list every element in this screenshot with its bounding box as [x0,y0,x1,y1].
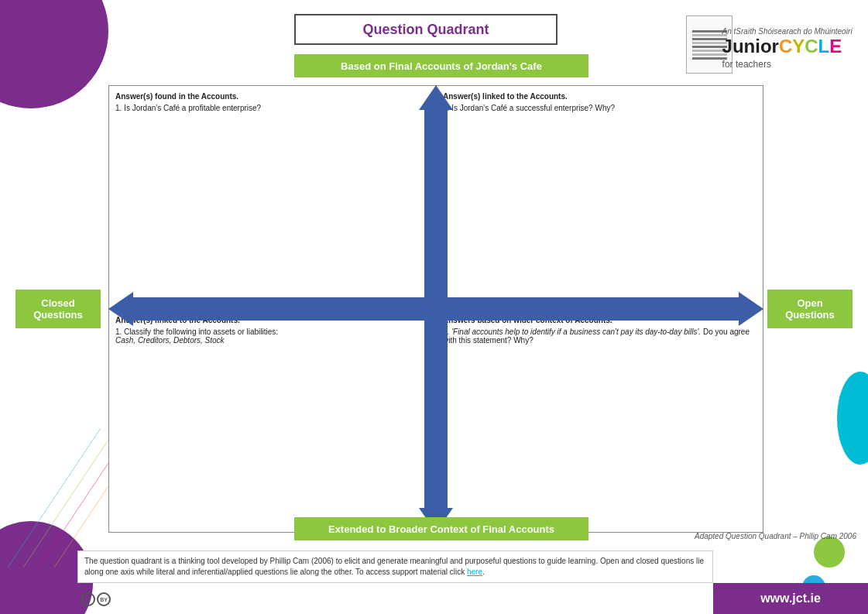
junior-cycle-logo: Junior CYCLE [722,36,853,57]
footer-text: The question quadrant is a thinking tool… [77,551,713,583]
closed-questions-label: ClosedQuestions [15,290,101,328]
quad-top-right-content: 1. Is Jordan's Café a successful enterpr… [443,104,756,112]
header: Question Quadrant Based on Final Account… [0,0,868,85]
quadrant-grid: Answer(s) found in the Accounts. 1. Is J… [108,85,763,533]
page-title: Question Quadrant [362,22,489,38]
cycle-l: L [818,36,830,57]
quad-top-left-title: Answer(s) found in the Accounts. [115,92,429,101]
footer-jct-bar: www.jct.ie [713,583,868,614]
cc-by-icon: BY [97,592,111,606]
creative-commons-logo: © BY [81,592,111,606]
quadrant-bottom-right: Answers based on wider context of Accoun… [436,309,763,533]
open-label-text: OpenQuestions [785,297,835,321]
cycle-y: Y [792,36,805,57]
footer-jct-url: www.jct.ie [760,592,821,605]
quad-top-left-content: 1. Is Jordan's Café a profitable enterpr… [115,104,429,112]
quad-bottom-right-content: 1. 'Final accounts help to identify if a… [443,328,756,345]
quadrant-top-right: Answer(s) linked to the Accounts. 1. Is … [436,85,763,309]
quadrant-outer: ClosedQuestions OpenQuestions Answer(s) … [8,85,860,533]
cycle-e: E [829,36,842,57]
quad-bottom-left-title: Answer(s) linked to the Accounts. [115,316,429,324]
quadrant-top-left: Answer(s) found in the Accounts. 1. Is J… [108,85,436,309]
green-circle-bottom-right [814,537,845,568]
an-tsraith-text: An tSraith Shóisearach do Mhúinteoirí [722,27,853,36]
footer-link[interactable]: here [467,568,482,576]
subtitle-text: Based on Final Accounts of Jordan's Cafe [341,60,542,72]
quad-bottom-left-content: 1. Classify the following into assets or… [115,328,429,345]
subtitle-bar: Based on Final Accounts of Jordan's Cafe [294,54,588,77]
junior-text: Junior [722,36,779,57]
for-teachers-text: for teachers [722,59,853,70]
attribution-text: Adapted Question Quadrant – Philip Cam 2… [695,532,856,540]
footer-period: . [482,568,485,576]
cc-icon: © [81,592,95,606]
quad-top-right-title: Answer(s) linked to the Accounts. [443,92,756,101]
cycle-c2: C [805,36,818,57]
bottom-bar-text: Extended to Broader Context of Final Acc… [328,523,554,535]
open-questions-label: OpenQuestions [767,290,853,328]
jct-logo: An tSraith Shóisearach do Mhúinteoirí Ju… [722,27,853,70]
title-box: Question Quadrant [294,14,558,45]
quadrant-bottom-left: Answer(s) linked to the Accounts. 1. Cla… [108,309,436,533]
footer-description: The question quadrant is a thinking tool… [84,557,704,576]
quad-bottom-right-title: Answers based on wider context of Accoun… [443,316,756,324]
cycle-c: C [779,36,792,57]
closed-label-text: ClosedQuestions [33,297,83,321]
bottom-bar: Extended to Broader Context of Final Acc… [294,517,588,540]
quadrant-inner: Answer(s) found in the Accounts. 1. Is J… [108,85,763,533]
